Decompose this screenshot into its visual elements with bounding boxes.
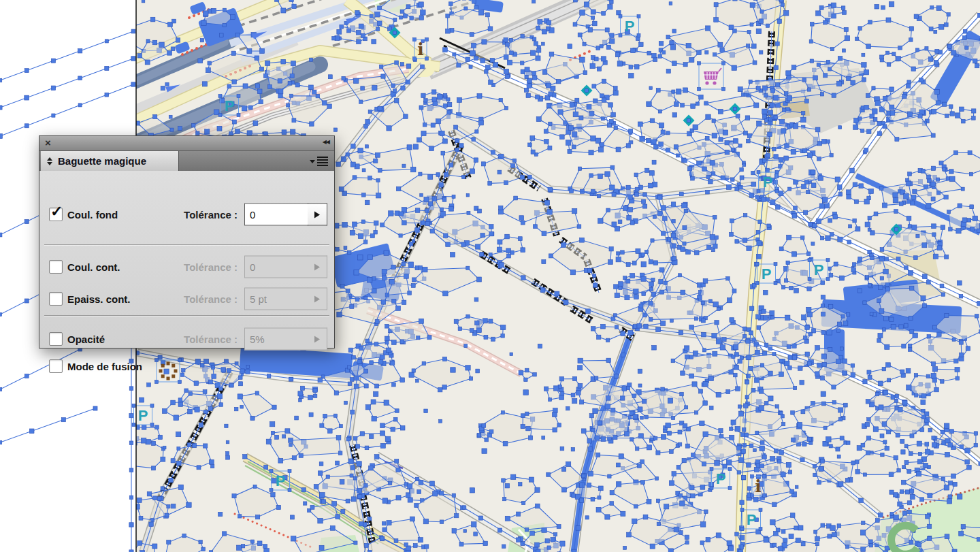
checkbox-opacite[interactable]: ✓ xyxy=(49,332,63,346)
tab-baguette-magique[interactable]: Baguette magique xyxy=(41,151,179,171)
checkbox-mode-de-fusion[interactable]: ✓ xyxy=(49,359,63,373)
panel-tabstrip: Baguette magique xyxy=(39,151,334,172)
label-opacite: Opacité xyxy=(67,334,105,345)
row-coul-cont: ✓ Coul. cont. Tolérance : 0 xyxy=(39,255,334,278)
tolerance-stepper[interactable] xyxy=(308,288,327,310)
row-opacite: ✓ Opacité Tolérance : 5% xyxy=(39,327,334,351)
tolerance-input[interactable]: 0 xyxy=(244,256,308,278)
panel-toggle-icon[interactable] xyxy=(47,157,52,165)
label-mode-de-fusion: Mode de fusion xyxy=(67,361,142,372)
svg-text:P: P xyxy=(762,265,772,282)
tolerance-stepper[interactable] xyxy=(308,256,327,278)
close-icon[interactable]: × xyxy=(45,137,51,149)
row-epaiss-cont: ✓ Epaiss. cont. Tolérance : 5 pt xyxy=(39,287,334,310)
panel-titlebar[interactable]: × ◀◀ xyxy=(39,136,334,151)
svg-text:P: P xyxy=(625,18,635,35)
svg-text:P: P xyxy=(276,472,286,489)
checkbox-epaiss-cont[interactable]: ✓ xyxy=(49,292,63,306)
magic-wand-panel: × ◀◀ Baguette magique ✓ Coul. fond Tolér… xyxy=(39,135,335,348)
panel-content: ✓ Coul. fond Tolérance : 0 ✓ Coul. cont.… xyxy=(39,171,334,348)
tolerance-label: Tolérance : xyxy=(170,209,238,221)
tolerance-label: Tolérance : xyxy=(170,261,238,273)
row-coul-fond: ✓ Coul. fond Tolérance : 0 xyxy=(39,203,334,226)
label-coul-cont: Coul. cont. xyxy=(67,261,120,273)
panel-menu-icon[interactable] xyxy=(310,157,328,166)
svg-text:P: P xyxy=(814,261,824,278)
label-coul-fond: Coul. fond xyxy=(67,209,118,221)
svg-text:P: P xyxy=(716,470,726,487)
tolerance-label: Tolérance : xyxy=(170,293,238,305)
svg-text:P: P xyxy=(763,174,773,191)
separator xyxy=(44,315,329,316)
svg-text:P: P xyxy=(747,511,757,528)
collapse-panel-icon[interactable]: ◀◀ xyxy=(323,139,329,145)
checkbox-coul-fond[interactable]: ✓ xyxy=(49,208,63,221)
tolerance-input[interactable]: 5% xyxy=(244,328,308,351)
tolerance-stepper[interactable] xyxy=(308,204,327,226)
checkbox-coul-cont[interactable]: ✓ xyxy=(49,260,63,274)
svg-text:i: i xyxy=(755,476,762,496)
svg-text:i: i xyxy=(417,39,424,59)
illustrator-canvas: PPPPPPPPPii × ◀◀ Baguette magique ✓ Coul… xyxy=(0,0,980,552)
tolerance-stepper[interactable] xyxy=(308,328,327,351)
svg-text:P: P xyxy=(138,407,148,424)
tolerance-input[interactable]: 0 xyxy=(244,204,308,226)
label-epaiss-cont: Epaiss. cont. xyxy=(67,293,131,305)
tolerance-input[interactable]: 5 pt xyxy=(244,288,308,310)
panel-title: Baguette magique xyxy=(58,155,146,167)
separator xyxy=(44,244,329,245)
tolerance-label: Tolérance : xyxy=(170,334,238,345)
row-mode-de-fusion: ✓ Mode de fusion xyxy=(39,356,334,376)
svg-text:P: P xyxy=(225,97,235,114)
